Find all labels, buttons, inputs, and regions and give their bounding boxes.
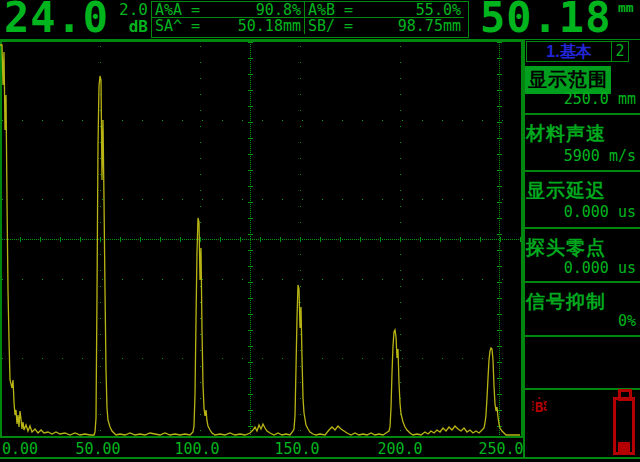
sidebar-section-divider [523,170,640,172]
measurement-a-dist: SA^ = 50.18mm [152,18,305,34]
measurement-b-amp: A%B = 55.0% [305,2,464,18]
bottom-border [0,457,640,459]
param-signal-reject-value: 0% [524,312,636,330]
sidebar-section-divider [523,335,640,337]
flaw-detector-screen: 24.0 2.0 dB A%A = 90.8% A%B = 55.0% SA^ … [0,0,640,462]
sidebar-section-divider [523,113,640,115]
param-display-delay-label[interactable]: 显示延迟 [526,178,606,204]
measurement-a-amp: A%A = 90.8% [152,2,305,18]
primary-distance-reading: 50.18 [480,0,611,42]
tab-2[interactable]: 2 [611,42,628,61]
measurement-panel: A%A = 90.8% A%B = 55.0% SA^ = 50.18mm SB… [151,1,469,38]
gain-reading: 24.0 [4,0,109,42]
x-tick-50: 50.00 [75,440,120,458]
measurement-b-dist: SB/ = 98.75mm [305,18,464,34]
x-tick-100: 100.0 [174,440,219,458]
battery-low-icon [613,389,637,457]
param-material-velocity-value: 5900 m/s [524,147,636,165]
primary-distance-unit: mm [618,0,634,15]
param-probe-zero-value: 0.000 us [524,259,636,277]
x-tick-150: 150.0 [274,440,319,458]
sidebar-section-divider [523,281,640,283]
gain-step-value: 2.0 [102,1,148,18]
gain-unit-label: dB [102,18,148,35]
param-display-delay-value: 0.000 us [524,203,636,221]
sidebar-section-divider [523,227,640,229]
x-tick-200: 200.0 [377,440,422,458]
tab-basic[interactable]: 1.基本 [527,42,611,61]
param-display-range-value: 250.0 mm [524,90,636,108]
param-material-velocity-label[interactable]: 材料声速 [526,121,606,147]
freeze-b-icon: ❄ B [524,391,554,423]
ascan-plot [0,40,524,438]
x-tick-0: 0.00 [2,440,38,458]
x-tick-250: 250.0 [478,440,523,458]
sidebar-tabs: 1.基本 2 [526,41,629,62]
param-probe-zero-label[interactable]: 探头零点 [526,235,606,261]
